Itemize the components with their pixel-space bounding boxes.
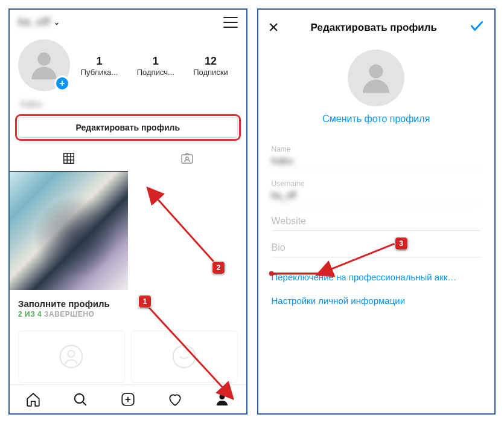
edit-title: Редактировать профиль <box>311 22 437 34</box>
tab-grid[interactable] <box>10 145 128 172</box>
username-dropdown[interactable]: ka_uff ⌄ <box>18 16 60 28</box>
nav-create-icon[interactable] <box>120 392 136 407</box>
annotation-badge-2: 2 <box>212 261 225 274</box>
name-input[interactable]: Katru <box>272 153 482 170</box>
chevron-down-icon: ⌄ <box>54 18 60 27</box>
svg-point-11 <box>75 393 84 402</box>
switch-pro-link[interactable]: Переключение на профессиональный акк… <box>272 272 482 282</box>
complete-progress: 2 ИЗ 4 ЗАВЕРШЕНО <box>18 310 238 318</box>
svg-point-0 <box>37 53 51 66</box>
menu-icon[interactable] <box>223 17 238 28</box>
personal-info-link[interactable]: Настройки личной информации <box>272 295 482 306</box>
display-name: Katru <box>10 97 246 115</box>
edit-avatar[interactable] <box>348 50 404 106</box>
svg-rect-1 <box>64 153 74 163</box>
post-thumbnail[interactable] <box>10 172 128 290</box>
nav-profile-icon[interactable] <box>214 392 230 407</box>
add-story-badge-icon[interactable]: + <box>54 76 70 91</box>
avatar-wrap[interactable]: + <box>18 39 71 92</box>
nav-search-icon[interactable] <box>72 392 88 407</box>
stats: 1 Публика... 1 Подписч... 12 Подписки <box>71 55 238 77</box>
stat-followers[interactable]: 1 Подписч... <box>137 55 174 77</box>
username-text: ka_uff <box>18 16 50 28</box>
svg-point-7 <box>185 157 188 160</box>
profile-screen: ka_uff ⌄ + 1 Публика... 1 Подписч... 12 <box>8 8 247 415</box>
stat-posts[interactable]: 1 Публика... <box>81 55 118 77</box>
edit-avatar-area: Сменить фото профиля <box>258 46 495 129</box>
complete-title: Заполните профиль <box>18 299 238 309</box>
suggestion-card[interactable] <box>131 331 238 383</box>
profile-tabs <box>10 145 246 172</box>
bottom-nav <box>10 384 246 413</box>
svg-point-9 <box>68 350 75 357</box>
bio-input[interactable]: Bio <box>272 241 482 257</box>
posts-grid <box>10 172 246 290</box>
edit-profile-screen: ✕ Редактировать профиль Сменить фото про… <box>257 8 496 415</box>
change-photo-link[interactable]: Сменить фото профиля <box>322 114 430 124</box>
stat-following[interactable]: 12 Подписки <box>193 55 228 77</box>
svg-rect-6 <box>182 155 193 163</box>
annotation-badge-1: 1 <box>138 295 152 308</box>
svg-point-10 <box>173 345 196 367</box>
svg-point-16 <box>220 394 225 399</box>
tab-tagged[interactable] <box>128 145 246 172</box>
edit-fields: Name Katru Username ka_uff Website Bio <box>258 129 495 263</box>
svg-line-12 <box>83 401 86 405</box>
field-username[interactable]: Username ka_uff <box>272 179 482 204</box>
suggestion-cards <box>10 326 246 383</box>
complete-profile-card: Заполните профиль 2 ИЗ 4 ЗАВЕРШЕНО <box>10 290 246 322</box>
svg-point-19 <box>369 64 383 78</box>
nav-home-icon[interactable] <box>25 392 41 407</box>
confirm-icon[interactable] <box>469 18 485 37</box>
close-icon[interactable]: ✕ <box>268 20 279 36</box>
website-input[interactable]: Website <box>272 214 482 231</box>
username-input[interactable]: ka_uff <box>272 188 482 204</box>
field-bio[interactable]: Bio <box>272 241 482 257</box>
field-name[interactable]: Name Katru <box>272 145 482 170</box>
nav-activity-icon[interactable] <box>167 392 183 407</box>
edit-profile-button[interactable]: Редактировать профиль <box>18 117 238 138</box>
edit-header: ✕ Редактировать профиль <box>258 10 495 46</box>
field-website[interactable]: Website <box>272 214 482 231</box>
profile-header: ka_uff ⌄ <box>10 10 246 32</box>
annotation-badge-3: 3 <box>395 237 408 250</box>
edit-links: Переключение на профессиональный акк… На… <box>258 263 495 314</box>
suggestion-card[interactable] <box>18 331 125 383</box>
profile-stats-row: + 1 Публика... 1 Подписч... 12 Подписки <box>10 32 246 97</box>
